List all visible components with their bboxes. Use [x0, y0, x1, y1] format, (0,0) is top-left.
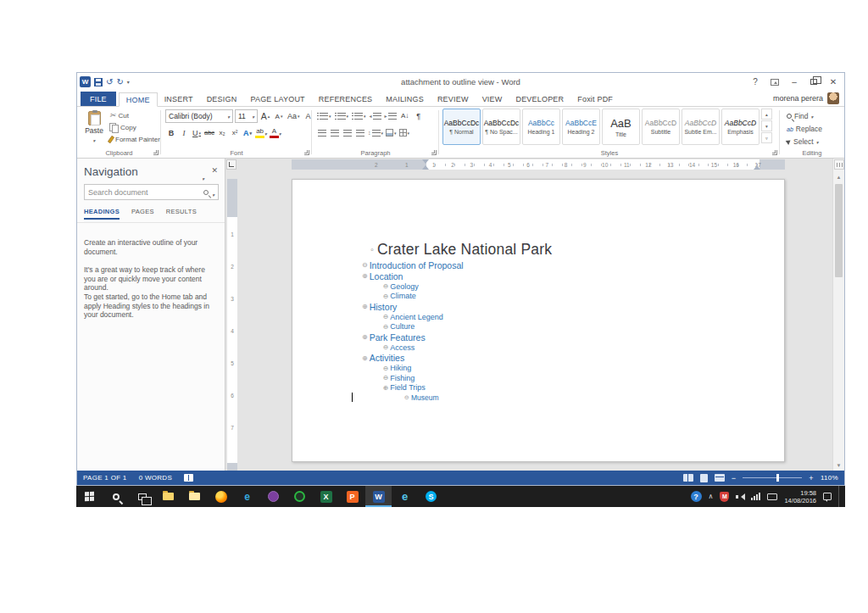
collapse-icon[interactable]: ⊖ — [404, 394, 409, 401]
scrollbar-thumb[interactable] — [835, 184, 843, 277]
increase-indent-button[interactable] — [384, 109, 398, 122]
multilevel-list-button[interactable] — [351, 109, 367, 122]
scroll-down-arrow[interactable]: ▼ — [833, 460, 844, 471]
font-name-combobox[interactable]: Calibri (Body) — [165, 109, 233, 123]
tab-foxit-pdf[interactable]: Foxit PDF — [570, 92, 620, 106]
outline-heading[interactable]: ⊕Park Features — [292, 332, 784, 343]
style-subtitle[interactable]: AaBbCcDSubtitle — [642, 109, 680, 145]
select-button[interactable]: Select — [787, 137, 822, 147]
styles-more-button[interactable]: ▿ — [761, 132, 772, 143]
zoom-level[interactable]: 110% — [821, 474, 838, 482]
purple-app-button[interactable] — [260, 486, 287, 507]
outline-heading[interactable]: ⊖Hiking — [292, 364, 784, 374]
tab-page-layout[interactable]: PAGE LAYOUT — [243, 92, 311, 106]
outline-heading[interactable]: ⊖Access — [292, 343, 784, 353]
outline-heading[interactable]: ⊕Activities — [292, 353, 784, 364]
heading-text[interactable]: Activities — [370, 353, 404, 363]
first-line-indent-marker[interactable] — [422, 159, 429, 164]
heading-text[interactable]: Introduction of Proposal — [370, 260, 464, 270]
navigation-pane-options-icon[interactable] — [202, 169, 204, 184]
collapse-icon[interactable]: ⊖ — [383, 374, 388, 382]
show-hide-pilcrow-button[interactable]: ¶ — [413, 109, 425, 122]
file-explorer-button[interactable] — [155, 486, 181, 507]
outline-heading[interactable]: ⊖Climate — [292, 292, 784, 302]
task-view-button[interactable] — [129, 486, 155, 507]
style-no-spacing[interactable]: AaBbCcDc¶ No Spac... — [482, 109, 520, 145]
paste-button[interactable]: Paste — [81, 109, 107, 147]
collapse-icon[interactable]: ⊖ — [383, 293, 388, 300]
highlight-color-button[interactable]: ab — [254, 126, 268, 139]
find-button[interactable]: Find — [787, 111, 822, 121]
style-subtle-emphasis[interactable]: AaBbCcDSubtle Em... — [682, 109, 720, 145]
collapse-icon[interactable]: ⊖ — [383, 343, 388, 351]
edge-button[interactable]: e — [234, 486, 260, 507]
numbering-button[interactable] — [334, 109, 350, 122]
right-indent-marker[interactable] — [754, 165, 760, 170]
superscript-button[interactable]: x² — [229, 126, 241, 139]
change-case-button[interactable]: Aa — [287, 110, 301, 123]
heading-text[interactable]: Fishing — [390, 374, 415, 382]
collapse-icon[interactable]: ⊖ — [383, 313, 388, 320]
grow-font-button[interactable]: A — [259, 110, 271, 123]
nav-tab-pages[interactable]: PAGES — [131, 208, 154, 220]
navigation-pane-close-icon[interactable]: ✕ — [211, 166, 218, 175]
web-layout-button[interactable] — [715, 474, 725, 482]
decrease-indent-button[interactable] — [369, 109, 382, 122]
style-emphasis[interactable]: AaBbCcDEmphasis — [721, 109, 760, 145]
document-area[interactable]: 2 1 1 2 3 4 5 6 7 8 9 10 11 12 — [225, 159, 844, 471]
justify-button[interactable] — [354, 126, 366, 139]
collapse-icon[interactable]: ⊖ — [383, 282, 388, 290]
heading-text[interactable]: History — [370, 302, 398, 312]
replace-button[interactable]: Replace — [787, 124, 822, 134]
outline-heading[interactable]: ⊖Museum — [292, 393, 784, 402]
heading-text[interactable]: Field Trips — [390, 383, 426, 392]
volume-icon[interactable] — [736, 493, 744, 501]
whatsapp-button[interactable] — [287, 486, 313, 507]
foxit-pdf-button[interactable]: P — [339, 486, 365, 507]
format-painter-button[interactable]: Format Painter — [109, 134, 160, 144]
word-count[interactable]: 0 WORDS — [139, 474, 172, 482]
tab-home[interactable]: HOME — [119, 92, 158, 107]
outline-heading[interactable]: ⊕History — [292, 301, 784, 312]
zoom-slider-thumb[interactable] — [776, 474, 779, 482]
search-options-icon[interactable] — [212, 185, 214, 200]
help-button[interactable]: ? — [747, 75, 764, 88]
internet-explorer-button[interactable]: e — [392, 486, 418, 507]
outline-heading[interactable]: ⊕Field Trips — [292, 383, 784, 393]
outline-heading[interactable]: ⊖Culture — [292, 322, 784, 332]
search-icon[interactable] — [203, 190, 209, 195]
show-desktop-button[interactable] — [838, 486, 843, 507]
folder-shortcut-button[interactable] — [181, 486, 208, 507]
ruler-toggle-button[interactable] — [834, 159, 844, 170]
expand-icon[interactable]: ⊕ — [362, 303, 368, 310]
expand-icon[interactable]: ⊕ — [362, 333, 368, 341]
document-title-row[interactable]: ◦ Crater Lake National Park — [292, 239, 784, 259]
close-button[interactable]: ✕ — [825, 75, 842, 88]
zoom-slider[interactable] — [743, 477, 802, 478]
qat-customize-icon[interactable]: ▾ — [127, 79, 130, 85]
text-effects-button[interactable]: A — [242, 126, 253, 139]
proofing-status-icon[interactable] — [184, 474, 193, 482]
heading-text[interactable]: Climate — [390, 292, 416, 300]
bold-button[interactable]: B — [165, 126, 177, 139]
strikethrough-button[interactable]: abc — [203, 126, 215, 139]
document-title[interactable]: Crater Lake National Park — [377, 241, 552, 259]
outline-heading[interactable]: ⊕Location — [292, 270, 784, 281]
align-right-button[interactable] — [342, 126, 353, 139]
style-heading-2[interactable]: AaBbCcEHeading 2 — [562, 109, 600, 145]
style-title[interactable]: AaBTitle — [602, 109, 640, 145]
save-icon[interactable] — [94, 75, 103, 90]
touch-keyboard-icon[interactable] — [767, 493, 777, 500]
page-indicator[interactable]: PAGE 1 OF 1 — [83, 474, 127, 482]
tab-view[interactable]: VIEW — [476, 92, 509, 106]
font-size-combobox[interactable]: 11 — [235, 109, 258, 123]
styles-scroll-down-button[interactable]: ▾ — [761, 120, 772, 131]
expand-icon[interactable]: ⊕ — [362, 272, 368, 280]
tray-expand-chevron-icon[interactable]: ∧ — [709, 493, 714, 500]
heading-text[interactable]: Hiking — [390, 364, 411, 372]
ribbon-display-options-button[interactable] — [766, 75, 783, 88]
collapse-icon[interactable]: ⊖ — [362, 261, 368, 269]
print-layout-button[interactable] — [700, 474, 708, 482]
collapse-icon[interactable]: ⊖ — [383, 365, 388, 372]
subscript-button[interactable]: x₂ — [216, 126, 228, 139]
